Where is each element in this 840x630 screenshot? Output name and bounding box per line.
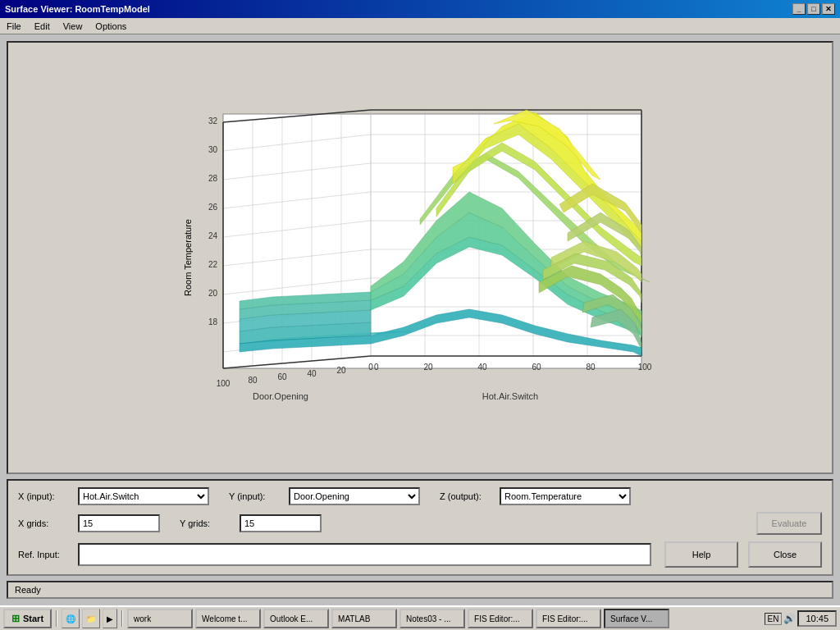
x-input-select[interactable]: Hot.Air.Switch Door.Opening [78, 487, 209, 505]
close-button[interactable]: ✕ [822, 3, 835, 15]
window-title: Surface Viewer: RoomTempModel [5, 4, 150, 14]
menu-options[interactable]: Options [92, 21, 130, 32]
taskbar-outlook[interactable]: Outlook E... [263, 609, 329, 628]
status-bar: Ready [7, 581, 833, 599]
svg-text:24: 24 [208, 231, 218, 240]
svg-text:80: 80 [248, 376, 258, 385]
menu-file[interactable]: File [3, 21, 25, 32]
start-button[interactable]: ⊞ Start [3, 609, 52, 628]
svg-text:0: 0 [368, 363, 373, 372]
z-output-label: Z (output): [440, 491, 493, 501]
lang-indicator: EN [765, 613, 783, 625]
taskbar-welcome[interactable]: Welcome t... [195, 609, 261, 628]
yaxis-label: Room Temperature [183, 219, 193, 296]
maximize-button[interactable]: □ [807, 3, 820, 15]
chart-container: Room Temperature [7, 41, 833, 474]
taskbar-notes[interactable]: Notes03 - ... [399, 609, 465, 628]
taskbar-matlab-label: MATLAB [338, 614, 370, 623]
taskbar-clock: 10:45 [797, 610, 837, 627]
main-content: Room Temperature [0, 34, 840, 605]
svg-text:Door.Opening: Door.Opening [253, 391, 308, 401]
controls-row-1: X (input): Hot.Air.Switch Door.Opening Y… [18, 487, 822, 505]
x-grids-input[interactable]: 15 [78, 514, 160, 532]
taskbar-folder-icon[interactable]: 📁 [82, 609, 100, 628]
x-grids-label: X grids: [18, 518, 71, 528]
minimize-button[interactable]: _ [792, 3, 806, 15]
y-input-label: Y (input): [229, 491, 282, 501]
start-label: Start [23, 614, 43, 623]
svg-text:0: 0 [374, 363, 379, 372]
taskbar-fis1-label: FIS Editor:... [474, 614, 520, 623]
taskbar-matlab[interactable]: MATLAB [331, 609, 397, 628]
y-input-select[interactable]: Door.Opening Hot.Air.Switch [289, 487, 420, 505]
taskbar-system-icons: EN 🔊 10:45 [765, 610, 837, 627]
taskbar-surface-label: Surface V... [610, 614, 652, 623]
taskbar-separator-2 [121, 610, 123, 627]
y-grids-input[interactable]: 15 [240, 514, 322, 532]
svg-text:20: 20 [423, 363, 433, 372]
z-output-select[interactable]: Room.Temperature [500, 487, 631, 505]
taskbar-fis2[interactable]: FIS Editor:... [536, 609, 601, 628]
svg-text:80: 80 [586, 363, 596, 372]
svg-text:100: 100 [217, 379, 231, 388]
close-button[interactable]: Close [748, 541, 822, 568]
taskbar-welcome-label: Welcome t... [202, 614, 247, 623]
volume-icon: 🔊 [783, 613, 796, 624]
title-bar-buttons: _ □ ✕ [792, 3, 835, 15]
taskbar-surface[interactable]: Surface V... [604, 609, 669, 628]
taskbar-fis1[interactable]: FIS Editor:... [468, 609, 533, 628]
menu-view[interactable]: View [60, 21, 86, 32]
taskbar-fis2-label: FIS Editor:... [542, 614, 588, 623]
svg-text:Hot.Air.Switch: Hot.Air.Switch [482, 391, 538, 401]
svg-text:18: 18 [208, 317, 218, 326]
chart-inner: Room Temperature [174, 106, 666, 409]
menu-edit[interactable]: Edit [31, 21, 53, 32]
svg-text:22: 22 [208, 260, 218, 269]
taskbar-ie-icon[interactable]: 🌐 [62, 609, 80, 628]
svg-text:40: 40 [307, 369, 317, 378]
svg-text:28: 28 [208, 174, 218, 183]
taskbar: ⊞ Start 🌐 📁 ▶ work Welcome t... Outlook … [0, 605, 840, 630]
menu-bar: File Edit View Options [0, 18, 840, 34]
start-icon: ⊞ [11, 613, 20, 624]
svg-text:60: 60 [277, 372, 287, 381]
status-text: Ready [15, 585, 41, 595]
controls-row-2: X grids: 15 Y grids: 15 Evaluate [18, 512, 822, 535]
svg-text:100: 100 [638, 363, 652, 372]
svg-text:30: 30 [208, 145, 218, 154]
taskbar-media-icon[interactable]: ▶ [103, 609, 117, 628]
taskbar-separator [56, 610, 57, 627]
svg-text:20: 20 [336, 366, 346, 375]
surface-chart: 32 30 28 26 24 22 20 18 0 20 40 60 80 10… [174, 106, 658, 409]
taskbar-outlook-label: Outlook E... [270, 614, 313, 623]
ref-input[interactable] [78, 543, 651, 566]
evaluate-button[interactable]: Evaluate [756, 512, 822, 535]
svg-text:40: 40 [477, 363, 487, 372]
title-bar: Surface Viewer: RoomTempModel _ □ ✕ [0, 0, 840, 18]
ref-input-label: Ref. Input: [18, 550, 71, 559]
svg-text:20: 20 [208, 289, 218, 298]
controls-area: X (input): Hot.Air.Switch Door.Opening Y… [7, 479, 833, 576]
controls-row-3: Ref. Input: Help Close [18, 541, 822, 568]
svg-text:32: 32 [208, 116, 218, 126]
svg-text:60: 60 [532, 363, 541, 372]
svg-text:26: 26 [208, 203, 218, 212]
x-input-label: X (input): [18, 491, 71, 501]
taskbar-work[interactable]: work [127, 609, 193, 628]
taskbar-work-label: work [134, 614, 151, 623]
y-grids-label: Y grids: [180, 518, 233, 528]
help-button[interactable]: Help [664, 541, 738, 568]
taskbar-notes-label: Notes03 - ... [406, 614, 450, 623]
